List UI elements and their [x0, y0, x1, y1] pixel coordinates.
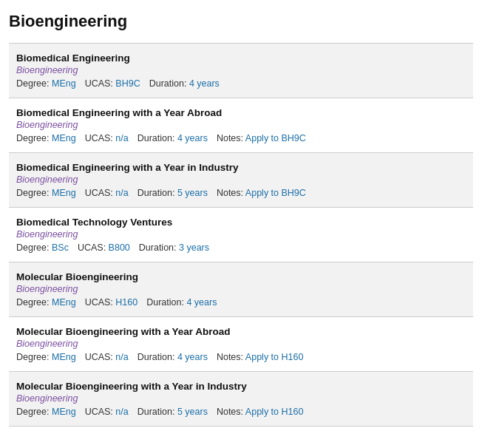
course-category: Bioengineering — [16, 174, 466, 185]
course-name[interactable]: Molecular Bioengineering with a Year in … — [16, 381, 466, 392]
course-notes: Notes: Apply to H160 — [217, 352, 303, 362]
course-name[interactable]: Biomedical Technology Ventures — [16, 217, 466, 228]
course-item: Molecular Bioengineering with a Year Abr… — [9, 317, 473, 372]
page-container: Bioengineering Biomedical EngineeringBio… — [0, 0, 482, 438]
course-list: Biomedical EngineeringBioengineeringDegr… — [9, 43, 473, 427]
course-details: Degree: MEngUCAS: H160Duration: 4 years — [16, 297, 466, 308]
course-item: Biomedical Engineering with a Year Abroa… — [9, 98, 473, 153]
course-duration: Duration: 4 years — [138, 352, 208, 362]
course-category: Bioengineering — [16, 339, 466, 349]
course-category: Bioengineering — [16, 284, 466, 294]
course-degree: Degree: MEng — [16, 133, 76, 143]
course-ucas: UCAS: n/a — [85, 407, 129, 417]
course-item: Molecular BioengineeringBioengineeringDe… — [9, 262, 473, 317]
course-item: Biomedical EngineeringBioengineeringDegr… — [9, 44, 473, 98]
course-details: Degree: BScUCAS: B800Duration: 3 years — [16, 242, 466, 253]
page-title: Bioengineering — [9, 12, 473, 31]
course-name[interactable]: Molecular Bioengineering with a Year Abr… — [16, 326, 466, 337]
course-name[interactable]: Biomedical Engineering with a Year Abroa… — [16, 107, 466, 118]
course-ucas: UCAS: n/a — [85, 188, 129, 198]
course-degree: Degree: MEng — [16, 407, 76, 417]
course-degree: Degree: BSc — [16, 242, 69, 253]
course-duration: Duration: 5 years — [138, 188, 208, 198]
course-details: Degree: MEngUCAS: n/aDuration: 5 yearsNo… — [16, 407, 466, 417]
course-item: Biomedical Technology VenturesBioenginee… — [9, 208, 473, 262]
course-notes: Notes: Apply to BH9C — [217, 133, 306, 143]
course-details: Degree: MEngUCAS: n/aDuration: 4 yearsNo… — [16, 133, 466, 143]
course-category: Bioengineering — [16, 393, 466, 404]
course-name[interactable]: Biomedical Engineering with a Year in In… — [16, 162, 466, 173]
course-name[interactable]: Molecular Bioengineering — [16, 271, 466, 282]
course-ucas: UCAS: n/a — [85, 133, 129, 143]
course-ucas: UCAS: n/a — [85, 352, 129, 362]
course-duration: Duration: 3 years — [139, 242, 209, 253]
course-duration: Duration: 4 years — [138, 133, 208, 143]
course-degree: Degree: MEng — [16, 188, 76, 198]
course-name[interactable]: Biomedical Engineering — [16, 52, 466, 64]
course-ucas: UCAS: B800 — [78, 242, 130, 253]
course-ucas: UCAS: H160 — [85, 297, 138, 308]
course-notes: Notes: Apply to H160 — [217, 407, 303, 417]
course-ucas: UCAS: BH9C — [85, 78, 140, 89]
course-category: Bioengineering — [16, 229, 466, 240]
course-duration: Duration: 5 years — [138, 407, 208, 417]
course-degree: Degree: MEng — [16, 297, 76, 308]
course-degree: Degree: MEng — [16, 78, 76, 89]
course-details: Degree: MEngUCAS: BH9CDuration: 4 years — [16, 78, 466, 89]
course-duration: Duration: 4 years — [146, 297, 217, 308]
course-category: Bioengineering — [16, 120, 466, 130]
course-duration: Duration: 4 years — [149, 78, 220, 89]
course-degree: Degree: MEng — [16, 352, 76, 362]
course-details: Degree: MEngUCAS: n/aDuration: 5 yearsNo… — [16, 188, 466, 198]
course-notes: Notes: Apply to BH9C — [217, 188, 306, 198]
course-details: Degree: MEngUCAS: n/aDuration: 4 yearsNo… — [16, 352, 466, 362]
course-item: Molecular Bioengineering with a Year in … — [9, 372, 473, 427]
course-item: Biomedical Engineering with a Year in In… — [9, 153, 473, 208]
course-category: Bioengineering — [16, 65, 466, 75]
